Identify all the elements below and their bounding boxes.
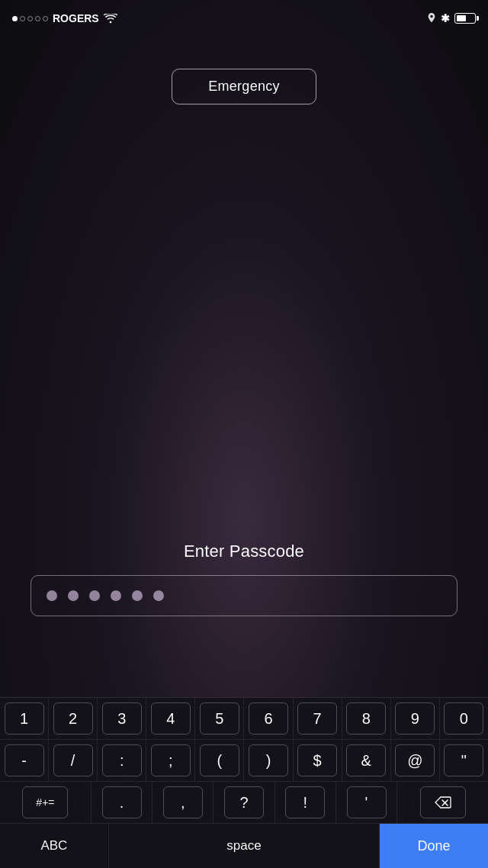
key-0[interactable]: 0 [440,698,488,739]
emergency-button[interactable]: Emergency [172,69,316,104]
key-dash[interactable]: - [0,740,49,781]
keyboard-bottom-row: ABC space Done [0,824,488,868]
passcode-area: Enter Passcode [0,542,488,616]
key-comma[interactable]: , [152,782,214,823]
key-hashtag-plus-equals[interactable]: #+= [0,782,92,823]
battery [454,13,476,24]
key-exclamation[interactable]: ! [275,782,336,823]
key-7[interactable]: 7 [294,698,342,739]
carrier-name: ROGERS [53,12,99,24]
bluetooth-icon: ✱ [441,12,450,24]
keyboard-row-symbols: - / : ; ( ) $ & @ " [0,740,488,782]
key-3[interactable]: 3 [98,698,146,739]
keyboard-row-numbers: 1 2 3 4 5 6 7 8 9 0 [0,698,488,740]
keyboard: 1 2 3 4 5 6 7 8 9 0 - / : ; ( ) $ & @ " … [0,697,488,868]
key-quote[interactable]: " [440,740,488,781]
battery-fill [457,15,466,21]
signal-dot-5 [43,16,48,21]
signal-dot-1 [12,16,18,21]
passcode-dot-4 [111,590,121,601]
emergency-area: Emergency [0,69,488,104]
key-9[interactable]: 9 [391,698,440,739]
signal-dot-3 [27,16,33,21]
key-at[interactable]: @ [391,740,440,781]
key-2[interactable]: 2 [49,698,98,739]
key-close-paren[interactable]: ) [244,740,293,781]
battery-outline [454,13,476,24]
signal-dots [12,16,48,21]
key-6[interactable]: 6 [244,698,293,739]
key-question[interactable]: ? [214,782,274,823]
key-open-paren[interactable]: ( [195,740,244,781]
status-bar: ROGERS ✱ [0,0,488,34]
key-done[interactable]: Done [380,824,488,868]
key-5[interactable]: 5 [195,698,244,739]
passcode-dots-container [30,575,458,616]
key-1[interactable]: 1 [0,698,49,739]
status-right: ✱ [427,12,476,24]
key-4[interactable]: 4 [146,698,195,739]
key-8[interactable]: 8 [342,698,391,739]
passcode-dot-2 [68,590,79,601]
passcode-dot-3 [89,590,100,601]
key-period[interactable]: . [92,782,152,823]
key-abc[interactable]: ABC [0,824,109,868]
key-delete[interactable] [397,782,488,823]
signal-dot-4 [35,16,40,21]
key-colon[interactable]: : [98,740,146,781]
wifi-icon [104,14,117,24]
delete-icon [435,796,451,809]
passcode-dot-6 [153,590,164,601]
key-slash[interactable]: / [49,740,98,781]
passcode-dot-5 [132,590,143,601]
key-semicolon[interactable]: ; [146,740,195,781]
enter-passcode-label: Enter Passcode [184,542,304,561]
key-dollar[interactable]: $ [294,740,342,781]
passcode-dot-1 [47,590,57,601]
status-left: ROGERS [12,12,117,24]
key-apostrophe[interactable]: ' [336,782,397,823]
signal-dot-2 [20,16,25,21]
location-icon [427,13,436,24]
keyboard-row-more: #+= . , ? ! ' [0,782,488,824]
key-ampersand[interactable]: & [342,740,391,781]
key-space[interactable]: space [109,824,380,868]
